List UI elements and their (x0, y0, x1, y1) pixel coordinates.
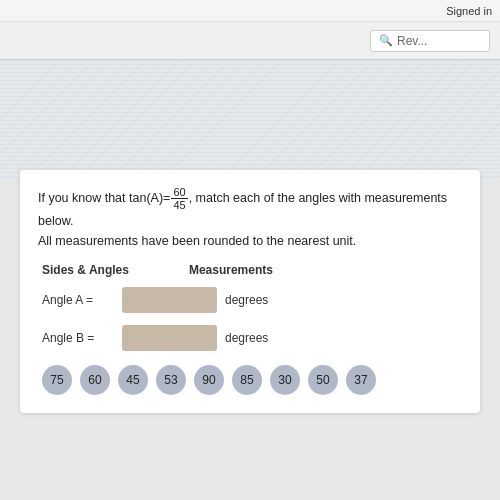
number-btn-50[interactable]: 50 (308, 365, 338, 395)
angle-a-row: Angle A = degrees (38, 287, 462, 313)
number-btn-90[interactable]: 90 (194, 365, 224, 395)
angle-b-unit: degrees (225, 331, 268, 345)
question-line2: All measurements have been rounded to th… (38, 234, 356, 248)
fraction-numerator: 60 (171, 186, 187, 199)
number-btn-75[interactable]: 75 (42, 365, 72, 395)
numbers-row: 756045539085305037 (38, 365, 462, 395)
question-card: If you know that tan(A)=6045, match each… (20, 170, 480, 413)
angle-b-row: Angle B = degrees (38, 325, 462, 351)
number-btn-37[interactable]: 37 (346, 365, 376, 395)
search-box[interactable]: 🔍 Rev... (370, 30, 490, 52)
number-btn-30[interactable]: 30 (270, 365, 300, 395)
number-btn-60[interactable]: 60 (80, 365, 110, 395)
angle-b-answer-box[interactable] (122, 325, 217, 351)
angle-a-answer-box[interactable] (122, 287, 217, 313)
angle-b-label: Angle B = (42, 331, 122, 345)
col-measurements: Measurements (189, 263, 273, 277)
angle-a-label: Angle A = (42, 293, 122, 307)
search-icon: 🔍 (379, 34, 393, 47)
search-bar-area: 🔍 Rev... (0, 22, 500, 60)
question-text: If you know that tan(A)=6045, match each… (38, 186, 462, 251)
table-header: Sides & Angles Measurements (38, 263, 462, 277)
main-content: If you know that tan(A)=6045, match each… (0, 60, 500, 413)
angle-a-unit: degrees (225, 293, 268, 307)
fraction-denominator: 45 (171, 199, 187, 211)
signed-in-text: Signed in (446, 5, 492, 17)
wavy-background (0, 60, 500, 180)
number-btn-45[interactable]: 45 (118, 365, 148, 395)
col-sides-angles: Sides & Angles (42, 263, 129, 277)
number-btn-53[interactable]: 53 (156, 365, 186, 395)
question-line1-prefix: If you know that tan(A)= (38, 191, 170, 205)
top-bar: Signed in (0, 0, 500, 22)
number-btn-85[interactable]: 85 (232, 365, 262, 395)
fraction: 6045 (171, 186, 187, 211)
search-placeholder-text: Rev... (397, 34, 427, 48)
